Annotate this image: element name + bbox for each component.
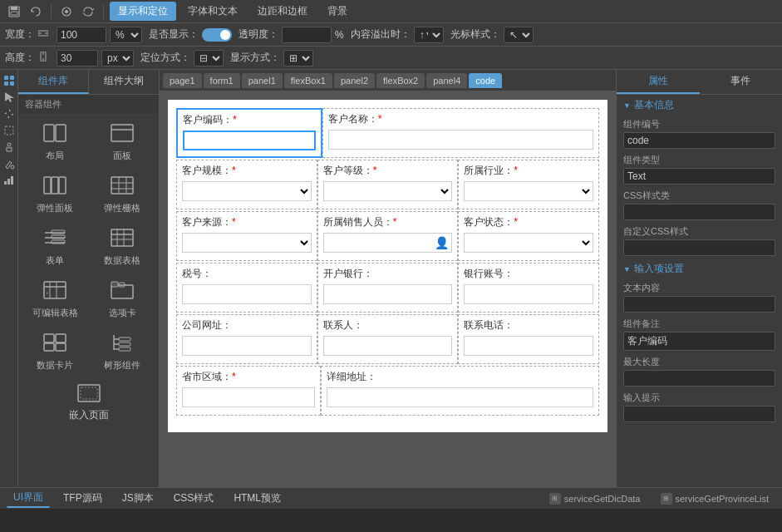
cell-customer-grade[interactable]: 客户等级：* [317,160,459,209]
component-data-table[interactable]: 数据表格 [89,222,155,273]
industry-select[interactable] [464,181,593,201]
bottom-tab-ui[interactable]: UI界面 [7,489,50,508]
component-form[interactable]: 表单 [22,222,88,273]
component-embed-page[interactable]: 嵌入页面 [22,379,155,427]
canvas-tab-flexbox2[interactable]: flexBox2 [376,73,425,88]
canvas-tab-panel2[interactable]: panel2 [334,73,375,88]
cell-customer-scale[interactable]: 客户规模：* [176,160,317,209]
salesperson-input[interactable] [323,233,453,253]
cell-tax-number[interactable]: 税号： [176,263,317,313]
canvas-tab-page1[interactable]: page1 [163,73,202,88]
canvas-tab-code[interactable]: code [469,73,502,88]
customer-status-select[interactable] [464,233,593,253]
service-province-list[interactable]: ⊞ serviceGetProvinceList [654,493,776,505]
address-input[interactable] [327,387,593,407]
tab-font-text[interactable]: 字体和文本 [180,2,246,21]
cell-customer-name[interactable]: 客户名称：* [322,108,599,158]
phone-input[interactable] [464,336,593,356]
bottom-tab-html[interactable]: HTML预览 [227,490,288,507]
overflow-select[interactable]: ↑▼ [414,27,444,43]
cell-website[interactable]: 公司网址： [176,314,317,364]
component-layout[interactable]: 布局 [22,117,88,169]
service-dic-data[interactable]: ⊞ serviceGetDicData [543,493,647,505]
display-toggle[interactable] [202,28,232,42]
tree-label: 树形组件 [104,359,140,372]
canvas-tab-flexbox1[interactable]: flexBox1 [284,73,332,88]
cursor-tool-icon[interactable] [2,90,17,105]
component-type-value[interactable]: Text [623,168,775,185]
cell-phone[interactable]: 联系电话： [458,314,599,364]
component-panel-item[interactable]: 面板 [89,117,155,169]
height-unit-select[interactable]: px% [101,50,134,66]
tax-number-input[interactable] [182,284,312,304]
css-class-value[interactable] [623,204,775,220]
cursor-select[interactable]: ↖ [504,27,534,43]
component-flex-grid[interactable]: 弹性栅格 [89,170,155,221]
contact-input[interactable] [323,336,453,356]
canvas-tab-panel1[interactable]: panel1 [242,73,283,88]
section-basic-info[interactable]: 基本信息 [617,95,782,116]
component-note-value[interactable]: 客户编码 [623,332,775,351]
chart-icon[interactable] [2,173,17,188]
region-input[interactable] [182,387,315,407]
component-id-value[interactable]: code [623,132,775,149]
tab-component-outline[interactable]: 组件大纲 [89,70,159,94]
component-data-card[interactable]: 数据卡片 [22,327,88,378]
tab-background[interactable]: 背景 [319,2,356,21]
width-unit-select[interactable]: %px [110,27,142,43]
tab-margin-border[interactable]: 边距和边框 [249,2,316,21]
bank-name-input[interactable] [323,284,453,304]
custom-css-value[interactable] [623,239,775,256]
cell-bank-account[interactable]: 银行账号： [458,263,599,313]
max-length-value[interactable] [623,370,775,387]
input-hint-value[interactable] [623,406,775,422]
refresh-icon[interactable] [79,2,97,21]
canvas-tab-panel4[interactable]: panel4 [426,73,467,88]
save-icon[interactable] [5,2,23,21]
cell-region[interactable]: 省市区域：* [176,366,321,416]
customer-source-select[interactable] [182,233,312,253]
tab-properties[interactable]: 属性 [617,70,700,94]
cell-customer-code[interactable]: 客户编码：* [176,108,322,158]
component-tabs[interactable]: 选项卡 [89,274,155,326]
tab-component-library[interactable]: 组件库 [18,70,89,94]
tab-display-position[interactable]: 显示和定位 [110,2,176,21]
canvas-tab-form1[interactable]: form1 [204,73,240,88]
height-input[interactable] [57,50,98,66]
bottom-tab-css[interactable]: CSS样式 [167,490,221,507]
tab-events[interactable]: 事件 [700,70,783,94]
text-content-value[interactable] [623,296,775,313]
width-input[interactable] [57,27,106,43]
cell-industry[interactable]: 所属行业：* [458,160,599,209]
display-mode-select[interactable]: ⊞ [283,50,313,66]
customer-grade-label: 客户等级：* [323,164,453,178]
select-icon[interactable] [2,123,17,138]
customer-scale-select[interactable] [182,181,312,201]
section-input-settings[interactable]: 输入项设置 [617,259,782,279]
preview-icon[interactable] [57,2,76,21]
website-input[interactable] [182,336,312,356]
undo-icon[interactable] [27,2,45,21]
component-tree[interactable]: 树形组件 [89,327,155,378]
customer-name-input[interactable] [328,130,593,150]
cell-contact[interactable]: 联系人： [317,314,459,364]
bank-account-input[interactable] [464,284,593,304]
cell-address[interactable]: 详细地址： [321,366,599,416]
component-icon[interactable] [2,73,17,88]
paint-icon[interactable] [2,156,17,171]
touch-icon[interactable] [2,140,17,155]
component-editable-table[interactable]: + 可编辑表格 [22,274,88,326]
bottom-tab-js[interactable]: JS脚本 [116,490,160,507]
cell-salesperson[interactable]: 所属销售人员：* 👤 [317,211,459,261]
component-flex-panel[interactable]: 弹性面板 [22,170,88,221]
left-sidebar [0,70,18,487]
move-icon[interactable] [2,106,17,121]
cell-customer-status[interactable]: 客户状态：* [458,211,599,261]
customer-grade-select[interactable] [323,181,453,201]
cell-bank-name[interactable]: 开户银行： [317,263,459,313]
cell-customer-source[interactable]: 客户来源：* [176,211,317,261]
opacity-input[interactable] [282,27,332,43]
bottom-tab-tfp[interactable]: TFP源码 [57,490,109,507]
position-select[interactable]: ⊟ [194,50,224,66]
customer-code-input[interactable] [183,131,316,150]
